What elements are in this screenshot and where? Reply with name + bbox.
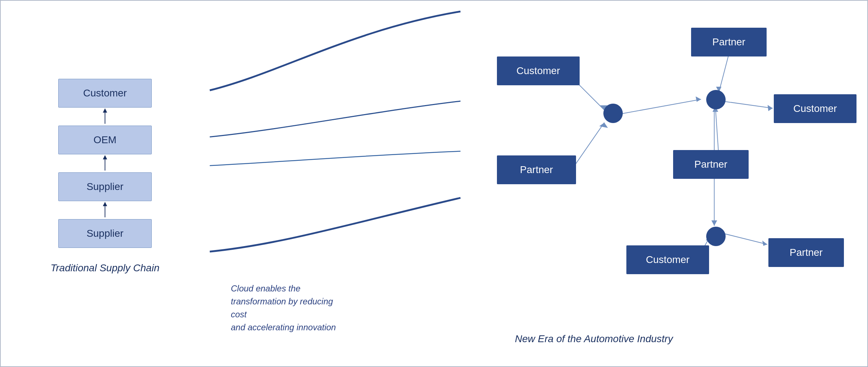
svg-line-22 bbox=[724, 234, 767, 244]
left-section: Customer OEM Supplier bbox=[1, 1, 209, 366]
chain-box-oem: OEM bbox=[58, 126, 152, 154]
svg-marker-15 bbox=[768, 105, 773, 111]
svg-marker-3 bbox=[103, 155, 107, 159]
box-customer1: Customer bbox=[497, 56, 580, 85]
middle-caption: Cloud enables the transformation by redu… bbox=[231, 282, 339, 334]
middle-section: Cloud enables the transformation by redu… bbox=[209, 1, 461, 366]
hub-node3 bbox=[706, 227, 726, 246]
svg-marker-11 bbox=[696, 96, 701, 102]
svg-line-12 bbox=[719, 51, 730, 92]
svg-marker-23 bbox=[762, 240, 767, 246]
box-partner2: Partner bbox=[497, 155, 576, 184]
box-customer2: Customer bbox=[774, 94, 856, 123]
svg-marker-1 bbox=[103, 108, 107, 113]
left-section-label: Traditional Supply Chain bbox=[51, 262, 160, 274]
svg-marker-5 bbox=[103, 202, 107, 206]
svg-line-10 bbox=[622, 99, 701, 114]
box-partner3: Partner bbox=[673, 150, 749, 179]
chain-box-supplier2: Supplier bbox=[58, 219, 152, 248]
right-diagram: Customer Partner Partner Customer Partne… bbox=[461, 1, 867, 366]
supply-chain-diagram: Customer OEM Supplier bbox=[58, 79, 152, 248]
hub-node2 bbox=[706, 90, 726, 109]
right-section-label: New Era of the Automotive Industry bbox=[515, 333, 673, 345]
chain-box-supplier1: Supplier bbox=[58, 172, 152, 201]
svg-line-14 bbox=[722, 101, 772, 108]
arrow-customer-oem bbox=[100, 108, 110, 126]
box-partner4: Partner bbox=[768, 238, 844, 267]
arrow-supplier1-supplier2 bbox=[100, 201, 110, 219]
main-container: Customer OEM Supplier bbox=[0, 0, 868, 367]
svg-marker-19 bbox=[711, 221, 717, 226]
chain-box-customer: Customer bbox=[58, 79, 152, 108]
hub-node1 bbox=[603, 104, 623, 123]
svg-marker-9 bbox=[599, 123, 608, 128]
box-customer3: Customer bbox=[626, 245, 709, 274]
box-partner1: Partner bbox=[691, 28, 767, 56]
arrow-oem-supplier1 bbox=[100, 154, 110, 172]
svg-line-8 bbox=[572, 123, 604, 169]
right-section: Customer Partner Partner Customer Partne… bbox=[461, 1, 867, 366]
